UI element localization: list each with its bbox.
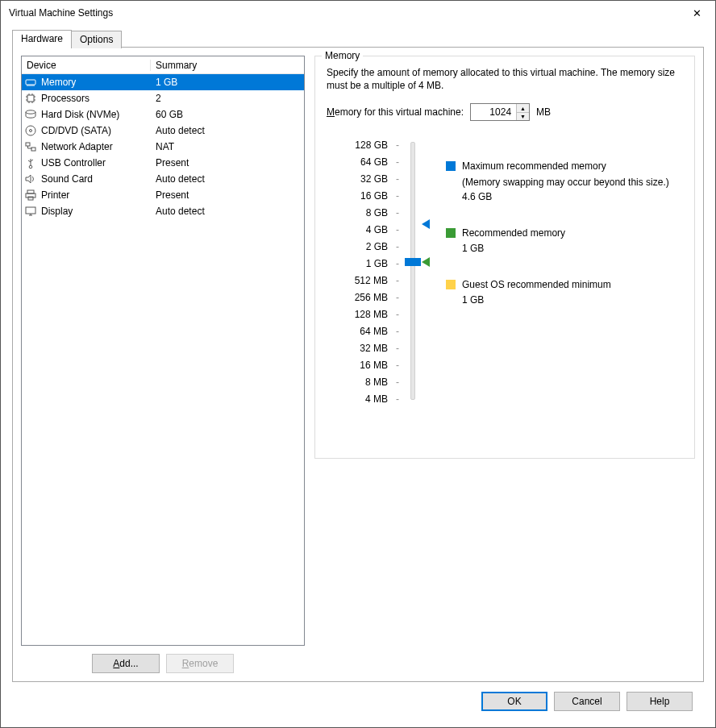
device-summary: 60 GB [151,109,304,120]
slider-tick-dashes: -------- -------- [394,137,401,408]
legend-recommended: Recommended memory 1 GB [446,227,669,254]
usb-icon [22,156,40,169]
device-name: Memory [40,77,151,88]
device-row-memory[interactable]: Memory 1 GB [22,74,304,90]
svg-point-16 [26,126,35,135]
svg-rect-18 [26,143,30,146]
remove-button: Remove [166,654,234,673]
svg-rect-22 [27,190,34,193]
legend-minimum: Guest OS recommended minimum 1 GB [446,278,669,306]
help-button[interactable]: Help [626,692,693,711]
device-name: Printer [40,189,151,201]
optical-icon [22,124,40,137]
device-row-network[interactable]: Network Adapter NAT [22,139,304,155]
device-row-hard-disk[interactable]: Hard Disk (NVMe) 60 GB [22,106,304,123]
memory-icon [22,76,40,89]
ok-button[interactable]: OK [481,692,547,711]
header-device[interactable]: Device [22,60,151,71]
slider-thumb[interactable] [405,258,421,266]
memory-groupbox: Memory Specify the amount of memory allo… [314,56,695,459]
swatch-green-icon [446,228,456,238]
tab-strip: Hardware Options [12,30,704,48]
device-row-cd-dvd[interactable]: CD/DVD (SATA) Auto detect [22,123,304,139]
memory-slider-area: 128 GB 64 GB 32 GB 16 GB 8 GB 4 GB 2 GB … [346,137,683,408]
memory-legend-list: Maximum recommended memory (Memory swapp… [446,160,669,408]
device-summary: 2 [151,93,304,104]
device-list: Device Summary Memory 1 GB Processors [21,56,305,646]
groupbox-legend: Memory [322,50,363,61]
svg-point-20 [29,165,32,168]
device-name: USB Controller [40,157,151,168]
display-icon [22,205,40,218]
recommended-marker-icon [422,257,430,267]
device-name: Processors [40,93,151,104]
window-title: Virtual Machine Settings [9,7,113,19]
cpu-icon [22,92,40,105]
network-icon [22,140,40,153]
memory-description: Specify the amount of memory allocated t… [327,66,683,92]
printer-icon [22,189,40,202]
device-summary: NAT [151,141,304,152]
spinner-down-icon[interactable]: ▼ [517,113,529,121]
swatch-yellow-icon [446,280,456,289]
tab-options[interactable]: Options [71,31,122,48]
device-row-usb[interactable]: USB Controller Present [22,155,304,171]
svg-point-17 [30,130,32,132]
device-summary: Auto detect [151,173,304,185]
device-summary: Present [151,157,304,168]
device-summary: Auto detect [151,125,304,136]
add-remove-bar: Add... Remove [21,646,305,673]
header-summary[interactable]: Summary [151,60,304,71]
legend-max: Maximum recommended memory (Memory swapp… [446,160,669,202]
svg-rect-6 [27,95,34,102]
device-name: Sound Card [40,173,151,185]
titlebar: Virtual Machine Settings ✕ [1,1,715,25]
memory-input-label: Memory for this virtual machine: [327,106,464,118]
slider-tick-labels: 128 GB 64 GB 32 GB 16 GB 8 GB 4 GB 2 GB … [346,137,388,408]
device-row-processors[interactable]: Processors 2 [22,90,304,106]
remove-underline: R [182,658,189,669]
device-row-sound[interactable]: Sound Card Auto detect [22,171,304,187]
device-summary: 1 GB [151,77,304,88]
svg-rect-19 [31,148,35,151]
sound-icon [22,173,40,185]
device-name: Network Adapter [40,141,151,152]
dialog-footer: OK Cancel Help [12,682,704,711]
cancel-button[interactable]: Cancel [554,692,620,711]
device-column: Device Summary Memory 1 GB Processors [21,56,305,673]
device-name: Hard Disk (NVMe) [40,109,151,120]
memory-input-row: Memory for this virtual machine: ▲ ▼ MB [327,103,683,121]
add-button[interactable]: Add... [92,654,160,673]
svg-rect-0 [26,80,35,85]
device-summary: Auto detect [151,206,304,217]
max-marker-icon [422,219,430,229]
close-icon: ✕ [693,7,701,19]
memory-settings-column: Memory Specify the amount of memory allo… [314,56,695,673]
swatch-blue-icon [446,161,456,171]
device-name: Display [40,206,151,217]
device-row-display[interactable]: Display Auto detect [22,203,304,219]
hard-disk-icon [22,108,40,121]
svg-rect-25 [26,207,35,214]
device-name: CD/DVD (SATA) [40,125,151,136]
close-button[interactable]: ✕ [678,1,715,25]
tab-hardware[interactable]: Hardware [12,30,72,48]
device-summary: Present [151,189,304,201]
memory-slider[interactable] [407,137,422,408]
memory-unit: MB [536,106,551,118]
svg-point-15 [26,110,35,114]
memory-spinner[interactable]: ▲ ▼ [470,103,530,121]
spinner-up-icon[interactable]: ▲ [517,104,529,113]
tab-panel-hardware: Device Summary Memory 1 GB Processors [12,47,704,682]
device-list-header: Device Summary [22,56,304,74]
device-row-printer[interactable]: Printer Present [22,187,304,203]
memory-input[interactable] [471,104,516,120]
